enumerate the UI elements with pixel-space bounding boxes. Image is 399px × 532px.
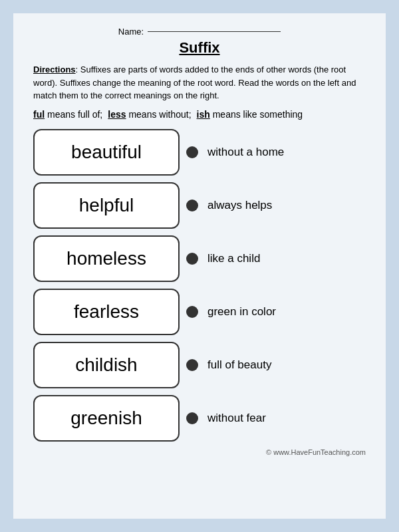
meaning-text-3: green in color xyxy=(207,305,276,319)
meaning-text-1: always helps xyxy=(207,199,272,212)
word-box-2: homeless xyxy=(33,235,180,282)
table-row: helpfulalways helps xyxy=(33,182,366,229)
suffix-key-item-2: ish means like something xyxy=(197,109,303,120)
suffix-word-0: ful xyxy=(33,109,45,120)
suffix-word-2: ish xyxy=(197,109,210,120)
right-side-3: green in color xyxy=(186,305,366,319)
meaning-text-4: full of beauty xyxy=(207,358,271,372)
right-side-5: without fear xyxy=(186,412,366,425)
meaning-text-0: without a home xyxy=(207,146,284,159)
bullet-5 xyxy=(186,412,198,424)
suffix-key: ful means full of; less means without; i… xyxy=(33,109,366,120)
table-row: greenishwithout fear xyxy=(33,395,366,442)
right-side-0: without a home xyxy=(186,146,366,159)
right-side-2: like a child xyxy=(186,252,366,265)
bullet-0 xyxy=(186,146,198,158)
right-side-1: always helps xyxy=(186,199,366,212)
word-box-5: greenish xyxy=(33,395,180,442)
table-row: childishfull of beauty xyxy=(33,342,366,388)
meaning-text-5: without fear xyxy=(207,412,266,425)
word-box-1: helpful xyxy=(33,182,180,229)
bullet-3 xyxy=(186,306,198,318)
word-box-0: beautiful xyxy=(33,129,180,176)
directions-label: Directions xyxy=(33,65,76,74)
right-side-4: full of beauty xyxy=(186,358,366,372)
bullet-4 xyxy=(186,359,198,371)
directions-block: Directions: Suffixes are parts of words … xyxy=(33,63,366,102)
suffix-word-1: less xyxy=(108,109,126,120)
word-box-3: fearless xyxy=(33,289,180,335)
table-row: fearlessgreen in color xyxy=(33,289,366,335)
table-row: homelesslike a child xyxy=(33,235,366,282)
rows-area: beautifulwithout a homehelpfulalways hel… xyxy=(33,129,366,442)
meaning-text-2: like a child xyxy=(207,252,260,265)
directions-text: : Suffixes are parts of words added to t… xyxy=(33,65,356,100)
table-row: beautifulwithout a home xyxy=(33,129,366,176)
name-underline xyxy=(148,31,281,32)
page-title: Suffix xyxy=(33,39,366,57)
copyright: © www.HaveFunTeaching.com xyxy=(33,448,366,456)
bullet-2 xyxy=(186,253,198,265)
suffix-key-item-1: less means without; xyxy=(108,109,191,120)
bullet-1 xyxy=(186,200,198,211)
worksheet-page: Name: Suffix Directions: Suffixes are pa… xyxy=(13,13,386,519)
suffix-key-item-0: ful means full of; xyxy=(33,109,102,120)
word-box-4: childish xyxy=(33,342,180,388)
name-line: Name: xyxy=(33,27,366,37)
name-label: Name: xyxy=(118,27,144,37)
